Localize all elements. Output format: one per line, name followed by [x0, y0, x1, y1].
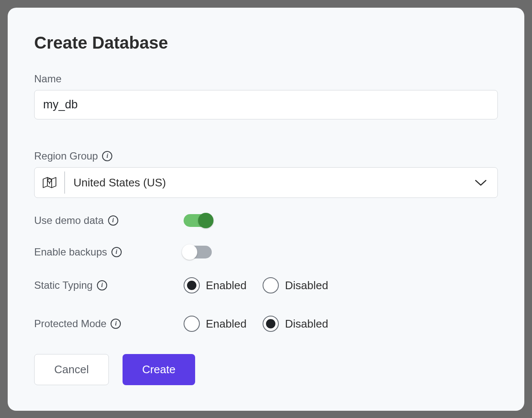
region-group-label-text: Region Group	[34, 150, 98, 162]
region-group-label: Region Group i	[34, 150, 498, 162]
protected-mode-options: Enabled Disabled	[184, 316, 328, 332]
protected-mode-enabled-option[interactable]: Enabled	[184, 316, 246, 332]
protected-mode-label: Protected Mode i	[34, 318, 184, 330]
info-icon[interactable]: i	[111, 247, 122, 257]
create-button[interactable]: Create	[123, 354, 195, 385]
protected-mode-row: Protected Mode i Enabled Disabled	[34, 316, 498, 332]
radio-label: Enabled	[206, 317, 246, 331]
protected-mode-disabled-option[interactable]: Disabled	[263, 316, 328, 332]
region-group-value: United States (US)	[73, 176, 474, 189]
info-icon[interactable]: i	[97, 280, 107, 290]
radio-icon	[263, 277, 279, 293]
radio-label: Disabled	[285, 317, 328, 331]
name-label: Name	[34, 73, 498, 85]
radio-label: Enabled	[206, 279, 246, 292]
info-icon[interactable]: i	[102, 151, 112, 161]
button-row: Cancel Create	[34, 354, 498, 385]
radio-icon	[184, 316, 200, 332]
static-typing-enabled-option[interactable]: Enabled	[184, 277, 246, 293]
svg-point-0	[48, 179, 51, 182]
static-typing-disabled-option[interactable]: Disabled	[263, 277, 328, 293]
backups-row: Enable backups i	[34, 246, 498, 258]
name-input[interactable]	[34, 90, 498, 119]
demo-data-row: Use demo data i	[34, 214, 498, 227]
backups-label-text: Enable backups	[34, 246, 107, 258]
backups-label: Enable backups i	[34, 246, 184, 258]
info-icon[interactable]: i	[108, 215, 118, 226]
radio-label: Disabled	[285, 279, 328, 292]
name-label-text: Name	[34, 73, 61, 85]
static-typing-label: Static Typing i	[34, 279, 184, 291]
protected-mode-label-text: Protected Mode	[34, 318, 106, 330]
toggle-knob	[182, 244, 197, 260]
demo-data-toggle[interactable]	[184, 214, 212, 227]
region-group-select[interactable]: United States (US)	[34, 167, 498, 198]
static-typing-row: Static Typing i Enabled Disabled	[34, 277, 498, 293]
create-database-dialog: Create Database Name Region Group i Unit…	[8, 8, 524, 411]
demo-data-label: Use demo data i	[34, 215, 184, 226]
toggle-knob	[198, 213, 213, 228]
dialog-title: Create Database	[34, 33, 498, 52]
info-icon[interactable]: i	[111, 319, 121, 329]
cancel-button[interactable]: Cancel	[34, 354, 109, 385]
chevron-down-icon	[474, 179, 487, 186]
static-typing-options: Enabled Disabled	[184, 277, 328, 293]
radio-icon	[184, 277, 200, 293]
backups-toggle[interactable]	[184, 246, 212, 258]
demo-data-label-text: Use demo data	[34, 215, 104, 226]
map-icon	[42, 171, 65, 194]
static-typing-label-text: Static Typing	[34, 279, 93, 291]
radio-icon	[263, 316, 279, 332]
